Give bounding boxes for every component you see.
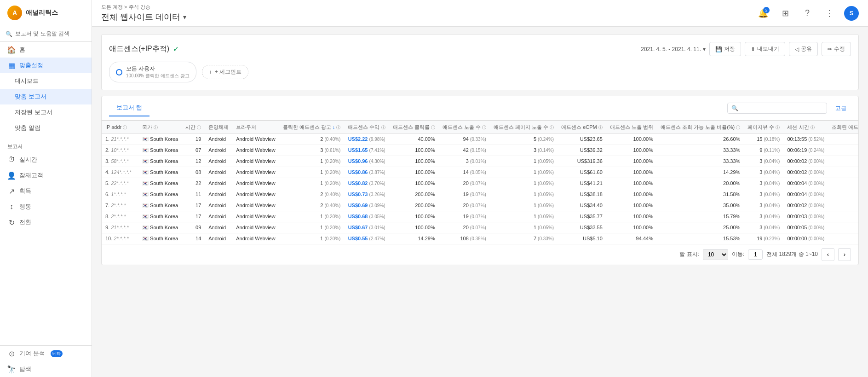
cell-num: 1. 21*.*.*.* (102, 133, 138, 145)
cell-impressions: 42 (0.15%) (439, 145, 490, 156)
col-header-revenue[interactable]: 애드센스 수익 ⓘ (344, 121, 389, 134)
acquisition-icon: ↗ (7, 187, 16, 195)
cell-clicks: 3 (0.61%) (279, 145, 345, 156)
sidebar-item-acquisition[interactable]: ↗ 획득 (0, 183, 92, 199)
cell-time: 22 (182, 178, 205, 189)
cell-viewable: 33.33% (657, 145, 744, 156)
search-input[interactable] (740, 105, 823, 111)
cell-country: 🇰🇷 South Korea (138, 222, 182, 233)
edit-button[interactable]: ✏ 수정 (822, 42, 851, 56)
sidebar-item-contribution[interactable]: ⊙ 기여 분석 베타 (0, 346, 92, 361)
segment-circle (116, 69, 122, 75)
share-button[interactable]: ◁ 공유 (789, 42, 818, 56)
cell-pageviews: 3 (0.04%) (744, 211, 783, 222)
cell-browser: Android Webview (232, 211, 279, 222)
sidebar-item-custom-report[interactable]: 맞춤 보고서 (0, 89, 92, 104)
cell-country: 🇰🇷 South Korea (138, 133, 182, 145)
table-row: 4. 124*.*.*.* 🇰🇷 South Korea 08 Android … (102, 167, 858, 178)
save-button[interactable]: 💾 저장 (709, 42, 741, 56)
sidebar-item-custom-alert[interactable]: 맞춤 알림 (0, 120, 92, 136)
cell-coverage: 100.00% (606, 156, 657, 167)
cell-ecpm: US$61.60 (558, 167, 606, 178)
sidebar-item-behavior[interactable]: ↕ 행동 (0, 199, 92, 215)
segment-all-users[interactable]: 모든 사용자 100.00% 클릭한 애드센스 광고 (109, 62, 196, 82)
sidebar-item-explore[interactable]: 🔭 탐색 (0, 361, 92, 377)
advanced-button[interactable]: 고급 (831, 103, 851, 114)
col-header-impressions: 애드센스 노출 수 ⓘ (439, 121, 490, 134)
chevron-down-icon[interactable]: ▾ (183, 13, 186, 21)
cell-browser: Android Webview (232, 200, 279, 211)
more-button[interactable]: ⋮ (822, 6, 837, 21)
cell-page-imp: 1 (0.05%) (490, 178, 558, 189)
cell-country: 🇰🇷 South Korea (138, 211, 182, 222)
cell-coverage: 100.00% (606, 222, 657, 233)
add-segment-button[interactable]: + + 세그먼트 (202, 65, 248, 79)
sidebar-item-dashboard[interactable]: 대시보드 (0, 73, 92, 89)
cell-impressions: 19 (0.07%) (439, 189, 490, 200)
sidebar-item-home[interactable]: 🏠 홈 (0, 42, 92, 58)
help-button[interactable]: ? (800, 6, 815, 21)
cell-coverage: 100.00% (606, 211, 657, 222)
sidebar-item-realtime[interactable]: ⏱ 실시간 (0, 152, 92, 168)
col-header-clicks[interactable]: 클릭한 애드센스 광고 ↓ ⓘ (279, 121, 345, 134)
search-label[interactable]: 보고서 및 도움말 검색 (15, 30, 69, 38)
cell-os: Android (205, 211, 232, 222)
search-icon: 🔍 (6, 31, 12, 37)
avatar[interactable]: S (844, 6, 859, 21)
col-header-pageviews: 페이지뷰 수 ⓘ (744, 121, 783, 134)
sidebar-item-audience[interactable]: 👤 잠재고객 (0, 168, 92, 183)
rows-select[interactable]: 102550100 (703, 249, 728, 260)
share-icon: ◁ (795, 46, 799, 52)
sidebar-item-conversion-label: 전환 (19, 218, 31, 226)
cell-impressions: 20 (0.07%) (439, 200, 490, 211)
cell-ecpm: US$33.55 (558, 222, 606, 233)
page-input[interactable] (748, 249, 763, 260)
sidebar-item-custom-report-label: 맞춤 보고서 (15, 93, 46, 101)
cell-time: 19 (182, 133, 205, 145)
cell-session: 00:00:04 (0.00%) (783, 189, 828, 200)
breadcrumb: 모든 계정 > 주식 강승 (101, 4, 186, 11)
edit-icon: ✏ (828, 46, 832, 52)
sidebar-header: A 애널리틱스 (0, 0, 92, 26)
next-page-button[interactable]: › (838, 248, 851, 261)
report-title-text: 애드센스(+IP추적) (109, 44, 169, 54)
segment-label: 모든 사용자 (126, 65, 190, 73)
export-icon: ⬆ (751, 46, 755, 52)
cell-coverage: 100.00% (606, 133, 657, 145)
cell-page-imp: 7 (0.33%) (490, 233, 558, 244)
tab-report[interactable]: 보고서 탭 (109, 100, 149, 116)
cell-browser: Android Webview (232, 233, 279, 244)
sidebar-item-conversion[interactable]: ↻ 전환 (0, 215, 92, 230)
cell-country: 🇰🇷 South Korea (138, 145, 182, 156)
apps-button[interactable]: ⊞ (778, 6, 793, 21)
save-label: 저장 (724, 45, 735, 53)
export-button[interactable]: ⬆ 내보내기 (745, 42, 785, 56)
cell-ctr: 100.00% (389, 167, 439, 178)
report-header: 애드센스(+IP추적) ✓ 2021. 4. 5. - 2021. 4. 11.… (101, 34, 859, 90)
sidebar-item-custom[interactable]: ▦ 맞춤설정 (0, 58, 92, 73)
cell-clicks: 1 (0.20%) (279, 167, 345, 178)
prev-page-button[interactable]: ‹ (822, 248, 834, 261)
notification-button[interactable]: 🔔 2 (756, 6, 770, 21)
cell-viewable: 33.33% (657, 156, 744, 167)
cell-os: Android (205, 178, 232, 189)
cell-viewable: 25.00% (657, 222, 744, 233)
behavior-icon: ↕ (7, 203, 16, 211)
cell-time: 14 (182, 233, 205, 244)
cell-coverage: 100.00% (606, 178, 657, 189)
cell-num: 5. 22*.*.*.* (102, 178, 138, 189)
cell-ad-units: 9 (0.05%) (828, 211, 858, 222)
cell-session: 00:00:02 (0.00%) (783, 156, 828, 167)
col-header-viewable: 애드센스 조회 가능 노출 비율(%) ⓘ (657, 121, 744, 134)
cell-coverage: 100.00% (606, 167, 657, 178)
cell-coverage: 100.00% (606, 189, 657, 200)
date-range[interactable]: 2021. 4. 5. - 2021. 4. 11. ▾ (641, 46, 706, 52)
cell-session: 00:00:05 (0.00%) (783, 222, 828, 233)
table-row: 7. 2*.*.*.* 🇰🇷 South Korea 17 Android An… (102, 200, 858, 211)
sidebar-item-audience-label: 잠재고객 (19, 171, 43, 180)
cell-time: 17 (182, 211, 205, 222)
sidebar-item-saved-report[interactable]: 저장된 보고서 (0, 104, 92, 120)
cell-os: Android (205, 200, 232, 211)
cell-ecpm: US$39.32 (558, 145, 606, 156)
cell-pageviews: 3 (0.04%) (744, 189, 783, 200)
